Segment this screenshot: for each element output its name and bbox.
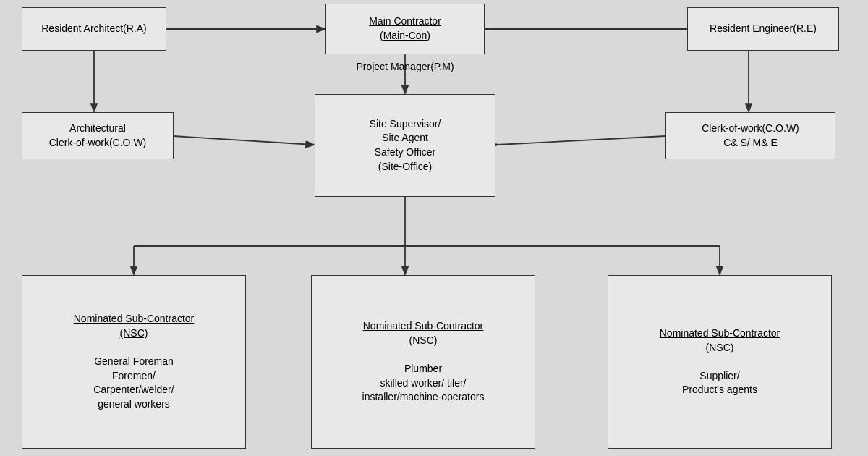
- arch-cow-line1: Architectural: [69, 122, 126, 136]
- org-chart-diagram: Resident Architect(R.A) Main Contractor …: [0, 0, 868, 456]
- nsc-center-line3: Plumber: [404, 362, 442, 376]
- nsc-center-line4: skilled worker/ tiler/: [380, 376, 466, 391]
- nsc-left-line3: General Foreman: [94, 355, 174, 369]
- nsc-center-line1: Nominated Sub-Contractor: [363, 319, 484, 334]
- arch-cow-box: Architectural Clerk-of-work(C.O.W): [22, 112, 174, 159]
- nsc-right-box: Nominated Sub-Contractor (NSC) Supplier/…: [608, 275, 832, 449]
- site-office-line3: Safety Officer: [375, 145, 436, 160]
- nsc-left-box: Nominated Sub-Contractor (NSC) General F…: [22, 275, 246, 449]
- cow-cs-box: Clerk-of-work(C.O.W) C& S/ M& E: [665, 112, 835, 159]
- resident-engineer-label: Resident Engineer(R.E): [710, 22, 817, 36]
- site-office-line1: Site Supervisor/: [370, 117, 441, 132]
- nsc-left-line4: Foremen/: [112, 369, 156, 384]
- nsc-left-line5: Carpenter/welder/: [93, 383, 174, 397]
- resident-architect-box: Resident Architect(R.A): [22, 7, 166, 51]
- nsc-right-line4: Product's agents: [682, 383, 757, 397]
- nsc-right-line2: (NSC): [706, 341, 734, 355]
- nsc-center-line5: installer/machine-operators: [362, 390, 485, 405]
- site-office-line2: Site Agent: [382, 131, 428, 145]
- nsc-left-line2: (NSC): [120, 326, 148, 341]
- nsc-left-line1: Nominated Sub-Contractor: [74, 312, 195, 326]
- arch-cow-line2: Clerk-of-work(C.O.W): [49, 136, 147, 151]
- nsc-right-line3: Supplier/: [699, 369, 739, 384]
- svg-line-4: [174, 136, 313, 145]
- cow-cs-line2: C& S/ M& E: [723, 136, 778, 151]
- resident-engineer-box: Resident Engineer(R.E): [687, 7, 839, 51]
- main-contractor-line1: Main Contractor: [369, 14, 441, 29]
- site-office-line4: (Site-Office): [378, 160, 432, 174]
- project-manager-text: Project Manager(P.M): [315, 59, 495, 75]
- cow-cs-line1: Clerk-of-work(C.O.W): [702, 122, 799, 136]
- site-office-box: Site Supervisor/ Site Agent Safety Offic…: [315, 94, 495, 197]
- main-contractor-line2: (Main-Con): [380, 29, 430, 43]
- resident-architect-label: Resident Architect(R.A): [41, 22, 147, 36]
- svg-line-5: [497, 136, 665, 145]
- nsc-center-line2: (NSC): [409, 334, 438, 348]
- main-contractor-box: Main Contractor (Main-Con): [326, 4, 485, 54]
- nsc-left-line6: general workers: [98, 397, 170, 412]
- nsc-right-line1: Nominated Sub-Contractor: [660, 326, 780, 341]
- nsc-center-box: Nominated Sub-Contractor (NSC) Plumber s…: [311, 275, 535, 449]
